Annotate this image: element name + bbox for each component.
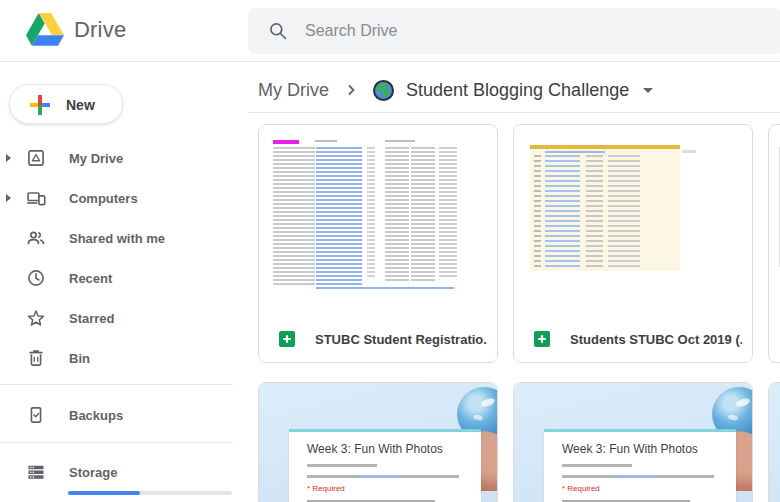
sidebar-item-computers[interactable]: Computers — [0, 178, 233, 218]
sidebar-item-label: Storage — [69, 465, 117, 480]
preview-rows — [545, 151, 605, 153]
file-card-week3-form[interactable]: Week 3: Fun With Photos * Required — [258, 382, 498, 502]
preview-rows — [439, 147, 457, 277]
sidebar-item-label: Bin — [69, 351, 90, 366]
preview-rows — [545, 155, 580, 267]
file-title: Students STUBC Oct 2019 (... — [570, 332, 742, 347]
preview-header — [315, 140, 337, 142]
sidebar-item-my-drive[interactable]: My Drive — [0, 138, 233, 178]
preview-rows — [316, 147, 362, 285]
shared-icon — [26, 228, 46, 248]
chevron-right-icon — [345, 84, 357, 96]
preview-rows — [367, 147, 375, 277]
file-title: STUBC Student Registratio... — [315, 332, 487, 347]
form-text-line — [562, 475, 714, 478]
preview-rows — [586, 155, 603, 267]
form-preview — [769, 383, 780, 502]
app-title: Drive — [74, 17, 126, 43]
form-preview: Week 3: Fun With Photos * Required — [259, 383, 497, 502]
sidebar: New My Drive Computers Shared with me — [0, 62, 240, 502]
sidebar-item-label: My Drive — [69, 151, 123, 166]
expand-arrow-icon[interactable] — [6, 194, 11, 202]
file-card-students-oct-2019[interactable]: Students STUBC Oct 2019 (... — [513, 124, 753, 363]
plus-multicolor-icon — [27, 92, 53, 118]
form-required-text: * Required — [562, 484, 600, 493]
sidebar-item-shared-with-me[interactable]: Shared with me — [0, 218, 233, 258]
sidebar-item-starred[interactable]: Starred — [0, 298, 233, 338]
top-bar: Drive — [0, 0, 780, 62]
search-input[interactable] — [305, 8, 705, 54]
file-card-footer: Students STUBC Oct 2019 (... — [514, 316, 752, 362]
sidebar-item-label: Starred — [69, 311, 115, 326]
preview-smudge — [682, 150, 696, 153]
globe-emoji-icon — [373, 80, 394, 101]
new-button-label: New — [66, 97, 95, 113]
computers-icon — [26, 188, 46, 208]
file-card-partial[interactable] — [768, 382, 780, 502]
storage-icon — [26, 462, 46, 482]
sidebar-item-label: Computers — [69, 191, 138, 206]
form-required-text: * Required — [307, 484, 345, 493]
backups-icon — [26, 405, 46, 425]
preview-rows — [608, 155, 640, 267]
preview-header-yellow — [530, 145, 680, 149]
preview-highlight — [273, 140, 299, 144]
new-button[interactable]: New — [9, 84, 123, 124]
sheets-icon — [279, 331, 295, 347]
my-drive-icon — [26, 148, 46, 168]
form-panel: Week 3: Fun With Photos * Required — [544, 429, 736, 502]
sidebar-item-bin[interactable]: Bin — [0, 338, 233, 378]
preview-header — [385, 140, 415, 142]
form-text-line — [307, 464, 377, 467]
drive-triangle-icon — [26, 13, 64, 46]
content-divider — [248, 112, 780, 113]
breadcrumb-my-drive[interactable]: My Drive — [258, 80, 329, 101]
sidebar-divider — [0, 384, 233, 385]
storage-progress-fill — [68, 491, 140, 495]
sheets-icon — [534, 331, 550, 347]
form-preview-title: Week 3: Fun With Photos — [562, 442, 698, 456]
sidebar-item-storage[interactable]: Storage — [0, 452, 233, 492]
recent-icon — [26, 268, 46, 288]
form-text-line — [562, 464, 632, 467]
storage-progress-track — [68, 491, 232, 495]
preview-rows — [316, 287, 454, 289]
caret-down-icon[interactable] — [643, 88, 653, 93]
breadcrumb: My Drive Student Blogging Challenge — [258, 74, 653, 106]
search-bar[interactable] — [248, 8, 780, 54]
sidebar-item-label: Backups — [69, 408, 123, 423]
breadcrumb-current-folder[interactable]: Student Blogging Challenge — [406, 80, 629, 101]
file-card-partial[interactable] — [768, 124, 780, 363]
sidebar-item-label: Shared with me — [69, 231, 165, 246]
file-card-footer: STUBC Student Registratio... — [259, 316, 497, 362]
starred-icon — [26, 308, 46, 328]
preview-rows — [411, 147, 435, 281]
file-card-week3-form[interactable]: Week 3: Fun With Photos * Required — [513, 382, 753, 502]
preview-rows — [385, 147, 409, 281]
form-panel: Week 3: Fun With Photos * Required — [289, 429, 481, 502]
expand-arrow-icon[interactable] — [6, 154, 11, 162]
bin-icon — [26, 348, 46, 368]
sidebar-item-backups[interactable]: Backups — [0, 395, 233, 435]
spreadsheet-preview — [769, 125, 780, 316]
spreadsheet-preview — [259, 125, 497, 316]
spreadsheet-preview — [514, 125, 752, 316]
sidebar-item-recent[interactable]: Recent — [0, 258, 233, 298]
search-icon[interactable] — [268, 21, 288, 41]
sidebar-item-label: Recent — [69, 271, 112, 286]
form-preview: Week 3: Fun With Photos * Required — [514, 383, 752, 502]
form-preview-title: Week 3: Fun With Photos — [307, 442, 443, 456]
file-card-stubc-registration[interactable]: STUBC Student Registratio... — [258, 124, 498, 363]
drive-logo[interactable]: Drive — [26, 13, 126, 46]
sidebar-divider — [0, 442, 233, 443]
preview-rows — [534, 155, 541, 267]
preview-rows — [273, 147, 315, 285]
form-text-line — [307, 475, 459, 478]
